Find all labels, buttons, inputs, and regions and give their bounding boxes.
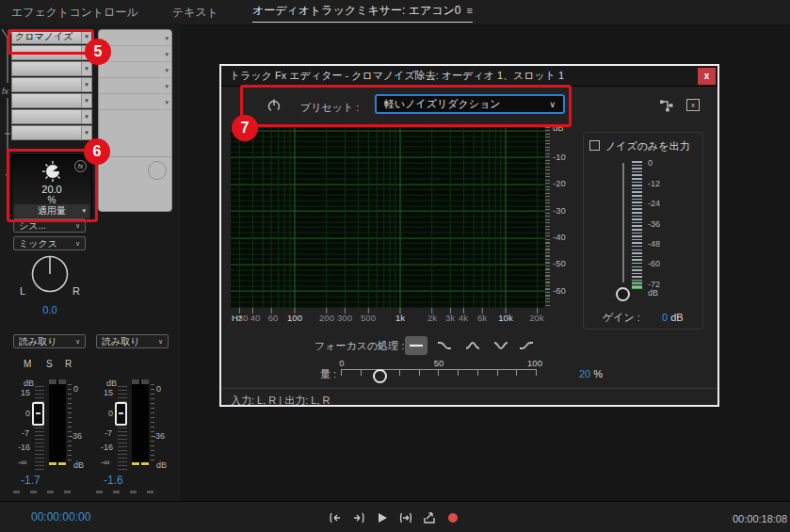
- dialog-title-bar[interactable]: トラック Fx エディター - クロマノイズ除去: オーディオ 1、スロット 1…: [221, 66, 717, 87]
- output-noise-only-checkbox[interactable]: [589, 140, 600, 151]
- meter-scale-label: -∞: [101, 458, 109, 467]
- chevron-down-icon: ∨: [158, 338, 163, 346]
- meter-scale-label: -7: [105, 428, 112, 438]
- fx-slot-empty[interactable]: ▾: [11, 77, 92, 92]
- premiere-app-window: エフェクトコントロール テキスト オーディオトラックミキサー: エアコン0 ≡ …: [0, 0, 790, 532]
- chevron-down-icon[interactable]: ▾: [81, 110, 91, 123]
- meter-scale-label: dB: [156, 460, 167, 470]
- play-button[interactable]: [375, 510, 390, 525]
- solo-button[interactable]: S: [46, 359, 53, 369]
- meter-scale-label: 0: [25, 409, 30, 418]
- chevron-down-icon[interactable]: ▾: [165, 35, 169, 42]
- chevron-down-icon[interactable]: ▾: [81, 62, 91, 75]
- transport-controls: [328, 510, 460, 525]
- focus-flat-button[interactable]: [405, 336, 427, 355]
- amount-unit: %: [593, 368, 603, 379]
- panel-menu-icon[interactable]: ≡: [467, 5, 473, 16]
- tab-audio-track-mixer[interactable]: オーディオトラックミキサー: エアコン0 ≡: [252, 3, 473, 23]
- chevron-down-icon[interactable]: ▾: [165, 83, 169, 90]
- automation-mode-track2[interactable]: 読み取り ∨: [96, 334, 169, 348]
- dialog-title: トラック Fx エディター - クロマノイズ除去: オーディオ 1、スロット 1: [230, 69, 564, 83]
- meter-tick-ladder: [68, 384, 72, 461]
- go-to-out-button[interactable]: [351, 510, 366, 525]
- rack-divider: [99, 156, 171, 157]
- amount-value[interactable]: 20: [579, 368, 590, 379]
- fx-slot-empty[interactable]: ▾: [99, 94, 171, 110]
- hz-tick-label: 3k: [445, 313, 455, 323]
- fx-slot-empty[interactable]: ▾: [11, 61, 92, 76]
- record-arm-button[interactable]: R: [65, 359, 72, 369]
- focus-lowpass-button[interactable]: [433, 336, 456, 355]
- play-in-to-out-button[interactable]: [398, 510, 413, 525]
- amount-slider-handle[interactable]: [373, 369, 387, 383]
- gain-label: ゲイン :: [603, 312, 640, 323]
- meter-cap: [58, 379, 66, 384]
- close-button[interactable]: x: [698, 68, 716, 85]
- chevron-down-icon[interactable]: ▾: [81, 126, 91, 139]
- chevron-down-icon[interactable]: ▾: [81, 78, 91, 91]
- automation-mode-label: 読み取り: [19, 335, 56, 348]
- annotation-box-7: [240, 85, 572, 127]
- truncated-track-label: [96, 491, 158, 493]
- pan-value[interactable]: 0.0: [34, 304, 66, 315]
- mute-button[interactable]: M: [24, 359, 31, 369]
- chevron-down-icon[interactable]: ▾: [165, 51, 169, 58]
- editor-close-view-icon[interactable]: x: [686, 99, 700, 111]
- go-to-in-button[interactable]: [328, 510, 343, 525]
- record-button[interactable]: [445, 510, 460, 525]
- hz-tick-label: 100: [287, 313, 302, 323]
- fader-track[interactable]: [118, 386, 127, 471]
- meter-scale-label: -16: [101, 443, 113, 452]
- amount-slider-track[interactable]: [341, 369, 537, 376]
- fx-slot-empty[interactable]: ▾: [11, 109, 92, 124]
- chevron-down-icon[interactable]: ▾: [165, 67, 169, 74]
- meter-scale-label: -36: [153, 431, 165, 441]
- annotation-box-5: [8, 29, 94, 55]
- level-meter: [49, 379, 66, 466]
- fx-slot-empty[interactable]: ▾: [11, 125, 92, 140]
- volume-db-value[interactable]: -1.7: [21, 474, 40, 487]
- annotation-badge-6: 6: [84, 138, 110, 165]
- gain-unit: dB: [670, 312, 683, 323]
- focus-highpass-button[interactable]: [515, 336, 538, 355]
- meter-peak-indicator: [49, 462, 66, 465]
- tab-text[interactable]: テキスト: [172, 5, 218, 21]
- chevron-down-icon[interactable]: ▾: [165, 99, 169, 106]
- pan-knob[interactable]: [31, 255, 69, 293]
- meter-peak-indicator: [132, 462, 149, 465]
- truncated-track-label: [13, 491, 75, 493]
- channel-routing-icon[interactable]: [659, 99, 673, 112]
- gain-meter-green-segment: [632, 282, 642, 289]
- export-frame-button[interactable]: [422, 510, 437, 525]
- level-meter: [132, 379, 149, 466]
- fx-slot-empty[interactable]: ▾: [99, 78, 171, 94]
- fx-slot-empty[interactable]: ▾: [99, 30, 171, 46]
- gain-value[interactable]: 0: [662, 312, 668, 323]
- fx-slot-empty[interactable]: ▾: [99, 62, 171, 78]
- gain-scale-label: -24: [648, 199, 660, 208]
- hz-tick-label: 1k: [395, 313, 405, 323]
- volume-fader-handle[interactable]: [32, 402, 44, 426]
- volume-fader-handle[interactable]: [115, 402, 127, 426]
- amount-label: 量 :: [320, 367, 336, 381]
- gain-scale-label: -60: [648, 259, 660, 268]
- audio-track-mixer-panel: fx クロマノイズ ▾ ▾ ▾ ▾ ▾ ▾ ▾ ▾ ▾ ▾ ▾ ▾: [0, 24, 181, 501]
- focus-midcut-button[interactable]: [490, 336, 512, 355]
- rail-fx-icon: fx: [2, 87, 9, 96]
- playhead-timecode[interactable]: 00:00:00:00: [31, 510, 90, 524]
- fader-track[interactable]: [35, 386, 44, 471]
- channel-meter-track2: dB 15 0 -7 -16 -∞ 0 -36 dB -1.6: [94, 377, 177, 494]
- fx-slot-empty[interactable]: ▾: [11, 93, 92, 108]
- volume-db-value[interactable]: -1.6: [104, 474, 123, 487]
- meter-cap: [132, 379, 139, 384]
- send-dropdown-2[interactable]: ミックス ∨: [13, 236, 86, 250]
- gain-slider-track[interactable]: [622, 163, 624, 282]
- automation-mode-track1[interactable]: 読み取り ∨: [13, 334, 86, 348]
- focus-midboost-button[interactable]: [461, 336, 484, 355]
- gain-slider-handle[interactable]: [616, 287, 630, 301]
- tab-effect-controls[interactable]: エフェクトコントロール: [11, 5, 138, 21]
- gain-scale-label: 0: [648, 158, 653, 168]
- chevron-down-icon[interactable]: ▾: [81, 94, 91, 107]
- db-tick-label: -10: [553, 152, 575, 162]
- annotation-box-6: [7, 149, 98, 222]
